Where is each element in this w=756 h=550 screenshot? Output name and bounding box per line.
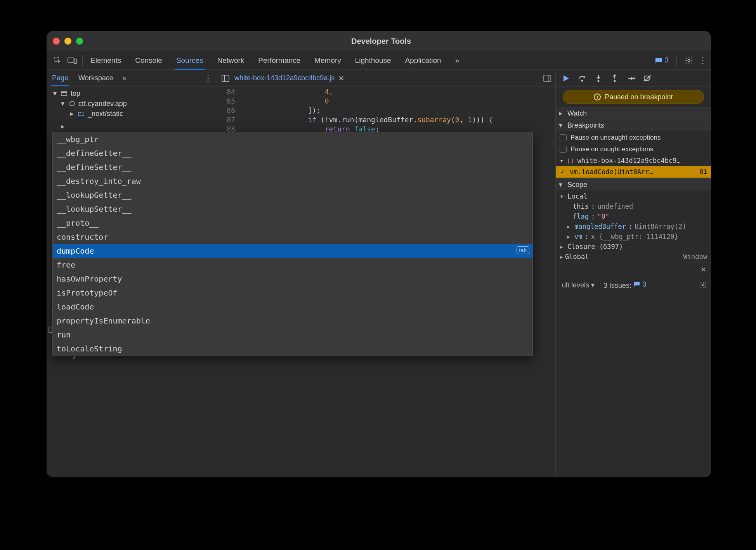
scope-global[interactable]: ▸GlobalWindow <box>556 252 711 262</box>
breakpoint-checkbox[interactable] <box>560 168 567 175</box>
nav-tabs-overflow-icon[interactable]: » <box>123 74 127 82</box>
step-into-icon[interactable] <box>594 74 603 83</box>
panel-tabs: Elements Console Sources Network Perform… <box>89 51 461 69</box>
autocomplete-item[interactable]: propertyIsEnumerable <box>53 314 532 328</box>
scope-closure-label: Closure (6397) <box>567 243 623 251</box>
tab-network[interactable]: Network <box>216 51 246 69</box>
tree-top[interactable]: top <box>47 88 217 99</box>
tab-sources[interactable]: Sources <box>175 51 205 69</box>
line-number[interactable]: 84 <box>217 88 241 96</box>
console-settings-icon[interactable] <box>699 281 707 289</box>
code-line[interactable]: 85 0 <box>217 96 555 106</box>
toggle-navigator-icon[interactable] <box>221 74 230 82</box>
nav-tab-workspace[interactable]: Workspace <box>78 70 114 86</box>
log-levels[interactable]: ult levels ▾ <box>560 280 597 290</box>
code-line[interactable]: 87 if (!vm.run(mangledBuffer.subarray(0,… <box>217 115 555 124</box>
file-tab[interactable]: white-box-143d12a9cbc4bc9a.js ✕ <box>234 74 344 83</box>
autocomplete-item[interactable]: isPrototypeOf <box>53 286 532 300</box>
step-over-icon[interactable] <box>577 74 587 83</box>
autocomplete-item[interactable]: __wbg_ptr <box>53 132 532 146</box>
device-toggle-icon[interactable] <box>65 54 79 67</box>
minimize-window-icon[interactable] <box>64 38 71 45</box>
tab-elements[interactable]: Elements <box>89 51 123 69</box>
watch-section[interactable]: Watch <box>556 107 711 119</box>
inspect-element-icon[interactable] <box>50 54 64 67</box>
autocomplete-item[interactable]: __proto__ <box>53 216 532 230</box>
file-tab-name: white-box-143d12a9cbc4bc9a.js <box>234 74 335 82</box>
tab-lighthouse[interactable]: Lighthouse <box>354 51 393 69</box>
code-line[interactable]: 84 4, <box>217 87 555 96</box>
tab-console[interactable]: Console <box>134 51 164 69</box>
scope-this[interactable]: this: undefined <box>556 201 711 211</box>
editor-tabbar: white-box-143d12a9cbc4bc9a.js ✕ <box>217 70 556 86</box>
nav-tab-page[interactable]: Page <box>51 70 69 86</box>
scope-section[interactable]: Scope <box>556 179 711 190</box>
svg-rect-1 <box>68 58 74 62</box>
panel-close-bar: ✕ <box>556 263 711 276</box>
autocomplete-popup[interactable]: __wbg_ptr__defineGetter____defineSetter_… <box>52 132 533 356</box>
main-area: top ctf.cyandev.app _next/static <box>47 87 711 477</box>
autocomplete-item[interactable]: free <box>53 258 532 272</box>
step-out-icon[interactable] <box>610 74 619 83</box>
main-toolbar: Elements Console Sources Network Perform… <box>47 51 711 70</box>
autocomplete-item[interactable]: __lookupGetter__ <box>53 188 532 202</box>
tree-top-label: top <box>71 90 80 98</box>
svg-rect-4 <box>222 75 229 81</box>
devtools-window: Developer Tools Elements Console Sources… <box>47 31 711 477</box>
scope-flag[interactable]: flag: "0" <box>556 211 711 221</box>
code-line[interactable]: 86 ]); <box>217 106 555 115</box>
svg-point-9 <box>598 80 599 81</box>
issues-count: 3 <box>665 56 669 64</box>
svg-point-15 <box>702 284 704 286</box>
line-number[interactable]: 86 <box>217 106 241 114</box>
sources-subbar: Page Workspace » ⋮ white-box-143d12a9cbc… <box>47 70 711 87</box>
autocomplete-item[interactable]: __destroy_into_raw <box>53 174 532 188</box>
tab-application[interactable]: Application <box>404 51 443 69</box>
close-window-icon[interactable] <box>53 38 60 45</box>
svg-rect-2 <box>74 59 76 63</box>
breakpoint-item-label: vm.loadCode(Uint8Arr… <box>570 168 653 176</box>
issues-badge[interactable]: 3 <box>655 56 669 64</box>
autocomplete-item[interactable]: run <box>53 328 532 342</box>
breakpoint-item[interactable]: vm.loadCode(Uint8Arr… 81 <box>556 166 711 178</box>
line-number[interactable]: 85 <box>217 97 241 105</box>
close-panel-icon[interactable]: ✕ <box>701 265 706 274</box>
tab-hint: tab <box>517 246 529 254</box>
autocomplete-item[interactable]: dumpCodetab <box>53 244 532 258</box>
window-title: Developer Tools <box>83 37 679 46</box>
autocomplete-item[interactable]: constructor <box>53 230 532 244</box>
tree-origin[interactable]: ctf.cyandev.app <box>47 99 217 109</box>
step-icon[interactable] <box>626 74 636 83</box>
scope-mangled[interactable]: ▸mangledBuffer: Uint8Array(2) <box>556 221 711 232</box>
issues-link[interactable]: 3 Issues: 3 <box>603 280 647 290</box>
tab-performance[interactable]: Performance <box>257 51 302 69</box>
breakpoint-line: 81 <box>700 168 707 176</box>
nav-more-icon[interactable]: ⋮ <box>204 73 212 83</box>
more-menu-icon[interactable]: ⋮ <box>699 55 707 66</box>
pause-caught-label: Pause on caught exceptions <box>570 145 654 153</box>
autocomplete-item[interactable]: loadCode <box>53 300 532 314</box>
deactivate-breakpoints-icon[interactable] <box>643 74 652 83</box>
line-number[interactable]: 87 <box>217 116 241 124</box>
pause-uncaught-row[interactable]: Pause on uncaught exceptions <box>556 132 711 144</box>
pause-caught-row[interactable]: Pause on caught exceptions <box>556 144 711 155</box>
autocomplete-item[interactable]: toLocaleString <box>53 342 532 356</box>
js-file-icon: ⟨⟩ <box>567 157 574 164</box>
breakpoint-file[interactable]: ⟨⟩ white-box-143d12a9cbc4bc9… <box>556 155 711 166</box>
fullscreen-window-icon[interactable] <box>76 38 83 45</box>
close-tab-icon[interactable]: ✕ <box>338 74 344 83</box>
tabs-overflow-icon[interactable]: » <box>454 51 461 69</box>
tree-folder[interactable]: _next/static <box>47 109 217 119</box>
autocomplete-item[interactable]: hasOwnProperty <box>53 272 532 286</box>
scope-vm[interactable]: ▸vm: x {__wbg_ptr: 1114120} <box>556 232 711 242</box>
tab-memory[interactable]: Memory <box>313 51 343 69</box>
toggle-debugger-icon[interactable] <box>543 74 551 82</box>
resume-icon[interactable] <box>561 74 570 83</box>
scope-closure[interactable]: ▸Closure (6397) <box>556 242 711 252</box>
scope-local[interactable]: ▾Local <box>556 191 711 201</box>
autocomplete-item[interactable]: __lookupSetter__ <box>53 202 532 216</box>
breakpoints-section[interactable]: Breakpoints <box>556 119 711 131</box>
settings-gear-icon[interactable] <box>685 56 693 65</box>
autocomplete-item[interactable]: __defineGetter__ <box>53 146 532 160</box>
autocomplete-item[interactable]: __defineSetter__ <box>53 160 532 174</box>
